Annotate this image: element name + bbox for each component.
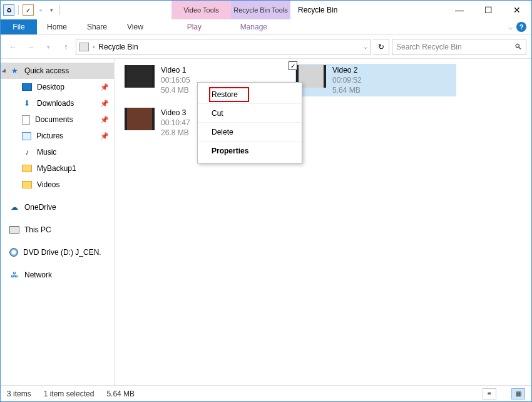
search-input[interactable]: Search Recycle Bin 🔍︎	[392, 39, 526, 55]
sidebar-item-videos[interactable]: Videos	[1, 177, 114, 193]
sidebar-label: Network	[24, 271, 52, 279]
file-size: 26.8 MB	[161, 128, 190, 138]
downloads-icon: ⬇	[22, 98, 32, 108]
menu-label: Restore	[212, 90, 238, 99]
separator	[18, 5, 19, 15]
file-size: 5.64 MB	[332, 85, 362, 95]
context-menu: Restore Cut Delete Properties	[197, 82, 302, 163]
file-duration: 00:09:52	[332, 75, 362, 85]
view-tab[interactable]: View	[117, 19, 153, 34]
up-button[interactable]: ↑	[58, 39, 73, 54]
status-selected-count: 1 item selected	[44, 389, 95, 398]
sidebar-label: Videos	[37, 180, 59, 189]
navigation-pane: ★ Quick access Desktop 📌 ⬇ Downloads 📌 D…	[1, 59, 115, 386]
qat-dropdown-icon[interactable]: ▾	[48, 7, 56, 13]
status-selected-size: 5.64 MB	[106, 389, 135, 398]
file-size: 50.4 MB	[161, 85, 190, 95]
sidebar-item-onedrive[interactable]: ☁ OneDrive	[1, 199, 114, 215]
search-placeholder: Search Recycle Bin	[396, 43, 462, 51]
recent-dropdown-icon[interactable]: ▾	[41, 39, 56, 54]
sidebar-label: DVD Drive (D:) J_CEN.	[23, 248, 101, 257]
dvd-icon	[9, 248, 18, 257]
sidebar-label: Music	[37, 148, 56, 157]
help-icon[interactable]: ?	[516, 22, 526, 32]
thispc-icon	[9, 226, 19, 234]
sidebar-item-desktop[interactable]: Desktop 📌	[1, 79, 114, 95]
back-button[interactable]: ←	[6, 39, 21, 54]
forward-button[interactable]: →	[23, 39, 38, 54]
search-icon: 🔍︎	[514, 43, 522, 51]
menu-label: Cut	[212, 109, 223, 118]
home-tab[interactable]: Home	[37, 19, 77, 34]
view-tiles-button[interactable]: ▦	[511, 388, 525, 399]
status-item-count: 3 items	[7, 389, 31, 398]
sidebar-item-network[interactable]: 🖧 Network	[1, 267, 114, 283]
minimize-button[interactable]: —	[445, 1, 474, 19]
desktop-icon	[22, 83, 32, 91]
breadcrumb-location[interactable]: Recycle Bin	[98, 43, 138, 51]
file-name: Video 1	[161, 65, 190, 75]
file-name: Video 2	[332, 65, 362, 75]
recyclebin-qat-icon[interactable]: ♻	[3, 4, 14, 16]
ribbon-expand-icon[interactable]: ⌵	[508, 23, 513, 31]
properties-qat-icon[interactable]: ✓	[23, 4, 34, 16]
context-tabs: Video Tools Recycle Bin Tools	[171, 1, 290, 19]
view-details-button[interactable]: ≡	[483, 388, 496, 399]
manage-tab[interactable]: Manage	[224, 19, 284, 34]
sidebar-item-mybackup1[interactable]: MyBackup1	[1, 160, 114, 177]
chevron-right-icon[interactable]: ›	[93, 43, 95, 50]
menu-label: Properties	[212, 147, 248, 155]
folder-icon	[22, 165, 32, 172]
pin-icon: 📌	[100, 132, 109, 140]
address-bar-row: ← → ▾ ↑ › Recycle Bin ⌵ ↻ Search Recycle…	[1, 35, 531, 59]
sidebar-item-dvd-drive[interactable]: DVD Drive (D:) J_CEN.	[1, 244, 114, 260]
file-item-video-2[interactable]: ✓ Video 2 00:09:52 5.64 MB	[295, 64, 456, 96]
context-tab-recycle-bin-tools[interactable]: Recycle Bin Tools	[231, 1, 290, 19]
folder-icon	[22, 181, 32, 188]
sidebar-label: Documents	[35, 115, 73, 124]
close-button[interactable]: ✕	[503, 1, 531, 19]
window-controls: — ☐ ✕	[445, 1, 531, 19]
maximize-button[interactable]: ☐	[474, 1, 503, 19]
file-tab[interactable]: File	[1, 19, 37, 34]
file-duration: 00:16:05	[161, 75, 190, 85]
sidebar-label: Downloads	[37, 99, 74, 108]
selected-checkmark-icon[interactable]: ✓	[289, 61, 297, 70]
ribbon-tabs: File Home Share View Play Manage ⌵ ?	[1, 19, 531, 35]
breadcrumb-dropdown-icon[interactable]: ⌵	[364, 43, 367, 50]
window-title: Recycle Bin	[290, 1, 445, 19]
content-pane[interactable]: Video 1 00:16:05 50.4 MB ✓ Video 2 00:09…	[115, 59, 531, 386]
sidebar-item-this-pc[interactable]: This PC	[1, 222, 114, 238]
pin-icon: 📌	[100, 116, 109, 124]
sidebar-label: Pictures	[36, 131, 63, 140]
separator	[59, 5, 60, 15]
context-menu-restore[interactable]: Restore	[198, 85, 302, 104]
sidebar-item-music[interactable]: ♪ Music	[1, 144, 114, 160]
breadcrumb[interactable]: › Recycle Bin ⌵	[76, 39, 371, 55]
sidebar-label: Quick access	[24, 66, 69, 75]
sidebar-label: OneDrive	[24, 203, 56, 212]
context-menu-cut[interactable]: Cut	[198, 104, 302, 123]
sidebar-item-downloads[interactable]: ⬇ Downloads 📌	[1, 95, 114, 111]
play-tab[interactable]: Play	[165, 19, 224, 34]
share-tab[interactable]: Share	[77, 19, 117, 34]
sidebar-item-documents[interactable]: Documents 📌	[1, 111, 114, 128]
file-name: Video 3	[161, 108, 190, 118]
music-icon: ♪	[22, 147, 32, 157]
title-bar: ♻ ✓ ▫ ▾ Video Tools Recycle Bin Tools Re…	[1, 1, 531, 19]
ribbon-controls: ⌵ ?	[503, 19, 531, 34]
newfolder-qat-icon[interactable]: ▫	[35, 4, 46, 16]
star-icon: ★	[9, 66, 19, 76]
file-duration: 00:10:47	[161, 118, 190, 128]
context-menu-delete[interactable]: Delete	[198, 123, 302, 142]
context-menu-properties[interactable]: Properties	[198, 142, 302, 160]
sidebar-label: MyBackup1	[37, 164, 76, 173]
refresh-button[interactable]: ↻	[373, 39, 389, 55]
video-thumbnail-icon	[125, 65, 155, 88]
menu-label: Delete	[212, 128, 233, 137]
sidebar-item-pictures[interactable]: Pictures 📌	[1, 128, 114, 144]
pictures-icon	[22, 132, 31, 140]
sidebar-item-quick-access[interactable]: ★ Quick access	[1, 63, 114, 79]
pin-icon: 📌	[100, 100, 109, 108]
context-tab-video-tools[interactable]: Video Tools	[171, 1, 231, 19]
